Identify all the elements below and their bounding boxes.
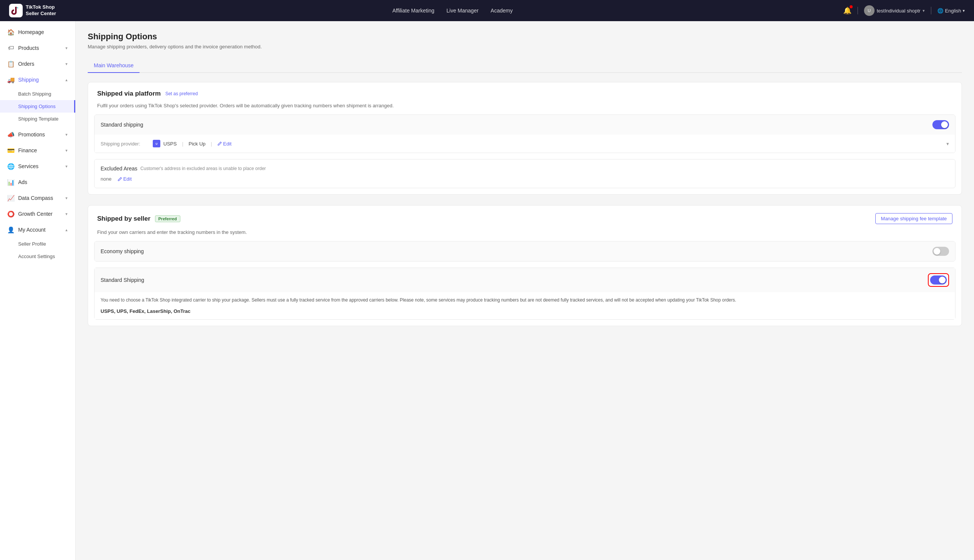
sidebar-label-services: Services (18, 163, 62, 169)
sidebar-item-shipping-template[interactable]: Shipping Template (0, 113, 75, 125)
page-subtitle: Manage shipping providers, delivery opti… (88, 44, 962, 50)
sidebar-label-ads: Ads (18, 179, 68, 185)
excluded-title-text: Excluded Areas (100, 165, 137, 172)
notifications-bell[interactable]: 🔔 (843, 7, 852, 15)
standard-shipping-seller-title: Standard Shipping (100, 277, 928, 283)
shipping-template-label: Shipping Template (18, 116, 58, 122)
provider-separator: | (182, 141, 183, 147)
standard-shipping-body-platform: Shipping provider: U USPS | Pick Up | Ed… (95, 135, 955, 153)
main-content: Shipping Options Manage shipping provide… (76, 21, 974, 560)
standard-shipping-seller-toggle[interactable] (930, 275, 947, 285)
preferred-badge: Preferred (155, 215, 180, 222)
top-navigation: TikTok Shop Seller Center Affiliate Mark… (0, 0, 974, 21)
excluded-subtitle-text: Customer's address in excluded areas is … (140, 166, 266, 171)
products-chevron-icon: ▾ (65, 46, 68, 51)
nav-affiliate[interactable]: Affiliate Marketing (393, 6, 434, 15)
shipping-options-label: Shipping Options (18, 103, 55, 109)
user-menu[interactable]: U testIndividual shoptr ▾ (864, 5, 925, 16)
account-settings-label: Account Settings (18, 253, 55, 259)
sidebar-label-shipping: Shipping (18, 77, 62, 83)
manage-shipping-template-button[interactable]: Manage shipping fee template (875, 213, 952, 224)
standard-shipping-carriers: USPS, UPS, FedEx, LaserShip, OnTrac (95, 308, 955, 319)
shipping-submenu: Batch Shipping Shipping Options Shipping… (0, 88, 75, 127)
language-selector[interactable]: 🌐 English ▾ (937, 8, 965, 13)
sidebar-item-promotions[interactable]: 📣 Promotions ▾ (0, 127, 75, 142)
orders-chevron-icon: ▾ (65, 62, 68, 67)
lang-label: English (945, 8, 961, 13)
nav-live-manager[interactable]: Live Manager (446, 6, 479, 15)
excluded-row: none Edit (100, 176, 949, 182)
promotions-chevron-icon: ▾ (65, 132, 68, 137)
sidebar-item-services[interactable]: 🌐 Services ▾ (0, 158, 75, 174)
promotions-icon: 📣 (8, 131, 14, 138)
toggle-slider (932, 120, 949, 129)
user-chevron-icon: ▾ (922, 8, 925, 13)
economy-shipping-toggle[interactable] (932, 247, 949, 256)
shipping-icon: 🚚 (8, 76, 14, 83)
ads-icon: 📊 (8, 179, 14, 185)
sidebar-item-seller-profile[interactable]: Seller Profile (0, 238, 75, 250)
sidebar: 🏠 Homepage 🏷 Products ▾ 📋 Orders ▾ 🚚 Shi… (0, 21, 76, 560)
sidebar-label-my-account: My Account (18, 227, 62, 233)
sidebar-item-products[interactable]: 🏷 Products ▾ (0, 40, 75, 56)
standard-shipping-title-platform: Standard shipping (100, 122, 932, 128)
sidebar-item-account-settings[interactable]: Account Settings (0, 250, 75, 263)
logo[interactable]: TikTok Shop Seller Center (9, 4, 62, 17)
edit-excluded-areas-link[interactable]: Edit (118, 176, 132, 182)
services-icon: 🌐 (8, 163, 14, 170)
sidebar-item-finance[interactable]: 💳 Finance ▾ (0, 142, 75, 158)
nav-divider-1 (857, 7, 858, 14)
standard-shipping-seller-card: Standard Shipping You need to choose a T… (94, 268, 956, 320)
sidebar-label-promotions: Promotions (18, 132, 62, 138)
sidebar-item-growth-center[interactable]: ⭕ Growth Center ▾ (0, 206, 75, 222)
orders-icon: 📋 (8, 60, 14, 67)
standard-shipping-toggle-platform[interactable] (932, 120, 949, 129)
sidebar-item-my-account[interactable]: 👤 My Account ▴ (0, 222, 75, 238)
services-chevron-icon: ▾ (65, 164, 68, 169)
finance-chevron-icon: ▾ (65, 148, 68, 153)
sidebar-item-homepage[interactable]: 🏠 Homepage (0, 24, 75, 40)
shipping-chevron-icon: ▴ (65, 77, 68, 82)
excluded-areas-card: Excluded Areas Customer's address in exc… (94, 159, 956, 188)
sidebar-item-ads[interactable]: 📊 Ads (0, 174, 75, 190)
page-title: Shipping Options (88, 32, 962, 42)
sidebar-item-batch-shipping[interactable]: Batch Shipping (0, 88, 75, 100)
edit-shipping-provider-link[interactable]: Edit (217, 141, 231, 147)
growth-center-chevron-icon: ▾ (65, 212, 68, 217)
card-chevron-icon[interactable]: ▾ (946, 141, 949, 147)
homepage-icon: 🏠 (8, 29, 14, 35)
batch-shipping-label: Batch Shipping (18, 91, 51, 97)
username-label: testIndividual shoptr (877, 8, 921, 13)
section-header-platform: Shipped via platform Set as preferred (88, 82, 962, 103)
data-compass-icon: 📈 (8, 195, 14, 202)
products-icon: 🏷 (8, 45, 14, 52)
warehouse-tabs: Main Warehouse (88, 58, 962, 73)
seller-section-title: Shipped by seller (97, 215, 150, 223)
excluded-areas-title: Excluded Areas Customer's address in exc… (100, 165, 949, 172)
sidebar-label-growth-center: Growth Center (18, 211, 62, 217)
standard-shipping-header-platform: Standard shipping (95, 115, 955, 135)
edit-label: Edit (223, 141, 231, 147)
shipped-via-platform-section: Shipped via platform Set as preferred Fu… (88, 82, 962, 195)
sidebar-item-data-compass[interactable]: 📈 Data Compass ▾ (0, 190, 75, 206)
my-account-submenu: Seller Profile Account Settings (0, 238, 75, 264)
sidebar-item-orders[interactable]: 📋 Orders ▾ (0, 56, 75, 72)
tab-main-warehouse[interactable]: Main Warehouse (88, 58, 140, 73)
provider-separator-2: | (211, 141, 212, 147)
data-compass-chevron-icon: ▾ (65, 196, 68, 201)
sidebar-item-shipping-options[interactable]: Shipping Options (0, 100, 75, 113)
sidebar-item-shipping[interactable]: 🚚 Shipping ▴ (0, 72, 75, 88)
nav-academy[interactable]: Academy (491, 6, 513, 15)
section-header-seller: Shipped by seller Preferred Manage shipp… (88, 205, 962, 229)
usps-provider-icon: U (153, 140, 160, 147)
svg-text:U: U (155, 142, 157, 145)
economy-toggle-slider (932, 247, 949, 256)
economy-shipping-title: Economy shipping (100, 248, 932, 254)
seller-profile-label: Seller Profile (18, 241, 46, 247)
lang-chevron-icon: ▾ (963, 8, 965, 13)
set-as-preferred-badge[interactable]: Set as preferred (165, 91, 198, 97)
shipped-by-seller-section: Shipped by seller Preferred Manage shipp… (88, 205, 962, 326)
notification-badge (850, 5, 853, 8)
economy-shipping-card: Economy shipping (94, 241, 956, 262)
economy-shipping-header: Economy shipping (95, 242, 955, 261)
